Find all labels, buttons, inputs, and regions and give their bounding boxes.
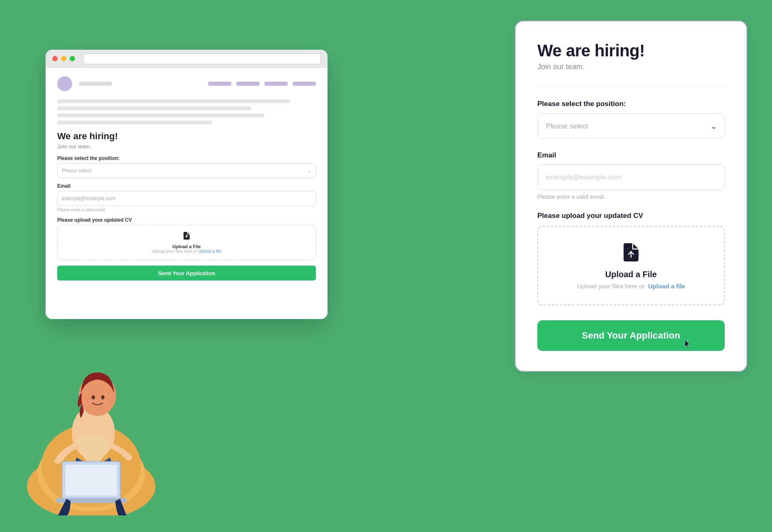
position-label: Please select the position: [537, 100, 725, 108]
browser-avatar [57, 76, 72, 91]
email-label: Email [537, 151, 725, 160]
content-line [57, 121, 212, 124]
mini-upload-label: Please upload your updated CV [57, 217, 316, 223]
browser-dot-red [52, 56, 58, 61]
mini-email-placeholder: example@example.com [62, 196, 115, 201]
mini-position-label: Please select the position: [57, 155, 316, 161]
browser-nav-links [208, 82, 316, 86]
mini-upload-title: Upload a File [62, 244, 311, 249]
browser-nav-link-4 [293, 82, 316, 86]
svg-point-11 [102, 400, 107, 403]
mini-upload-box[interactable]: Upload a File Upload your files here or … [57, 225, 316, 260]
email-input[interactable] [537, 164, 725, 190]
upload-file-icon [546, 242, 716, 265]
mini-form-subtitle: Join our team. [57, 143, 316, 150]
mini-form-title: We are hiring! [57, 131, 316, 142]
browser-addressbar [83, 53, 321, 64]
browser-nav-link-2 [236, 82, 260, 86]
browser-nav-link-1 [208, 82, 231, 86]
cursor-icon [684, 339, 692, 348]
email-hint: Please enter a valid email. [537, 193, 725, 200]
mini-upload-link[interactable]: Upload a file [198, 249, 221, 254]
mini-position-placeholder: Please select [62, 168, 91, 174]
svg-rect-5 [66, 465, 117, 496]
upload-title: Upload a File [546, 270, 716, 279]
browser-nav-text [79, 82, 112, 86]
browser-content-lines-1 [57, 99, 316, 124]
svg-point-10 [87, 400, 93, 403]
card-divider [537, 86, 725, 87]
browser-nav [57, 76, 316, 91]
card-subtitle: Join our team. [537, 63, 725, 71]
main-card: We are hiring! Join our team. Please sel… [515, 21, 747, 372]
mini-upload-icon [62, 231, 311, 242]
svg-point-9 [101, 395, 104, 399]
mini-chevron-icon: ⌄ [307, 168, 311, 174]
browser-mockup: We are hiring! Join our team. Please sel… [46, 50, 328, 319]
svg-point-8 [92, 395, 95, 399]
mini-email-label: Email [57, 183, 316, 189]
submit-button[interactable]: Send Your Application [537, 320, 725, 351]
mini-submit-button[interactable]: Send Your Application [57, 266, 316, 281]
mini-position-select[interactable]: Please select ⌄ [57, 163, 316, 178]
mini-upload-subtext: Upload your files here or Upload a file [62, 249, 311, 254]
card-title: We are hiring! [537, 41, 725, 60]
content-line [57, 114, 264, 117]
browser-content: We are hiring! Join our team. Please sel… [46, 68, 328, 319]
browser-nav-link-3 [265, 82, 288, 86]
position-select-wrapper: Please select Software Developer UI/UX D… [537, 113, 725, 139]
upload-label: Please upload your updated CV [537, 212, 725, 220]
content-line [57, 106, 251, 110]
upload-link[interactable]: Upload a file [648, 283, 685, 290]
content-line [57, 99, 290, 103]
browser-titlebar [46, 50, 328, 68]
mini-email-hint: Please enter a valid email. [57, 208, 316, 212]
mini-email-input[interactable]: example@example.com [57, 191, 316, 206]
position-select[interactable]: Please select Software Developer UI/UX D… [537, 113, 725, 139]
browser-dot-yellow [61, 56, 66, 61]
upload-subtext: Upload your files here or Upload a file [546, 283, 716, 290]
upload-box[interactable]: Upload a File Upload your files here or … [537, 226, 725, 305]
person-illustration [21, 308, 162, 515]
browser-dot-green [70, 56, 75, 61]
